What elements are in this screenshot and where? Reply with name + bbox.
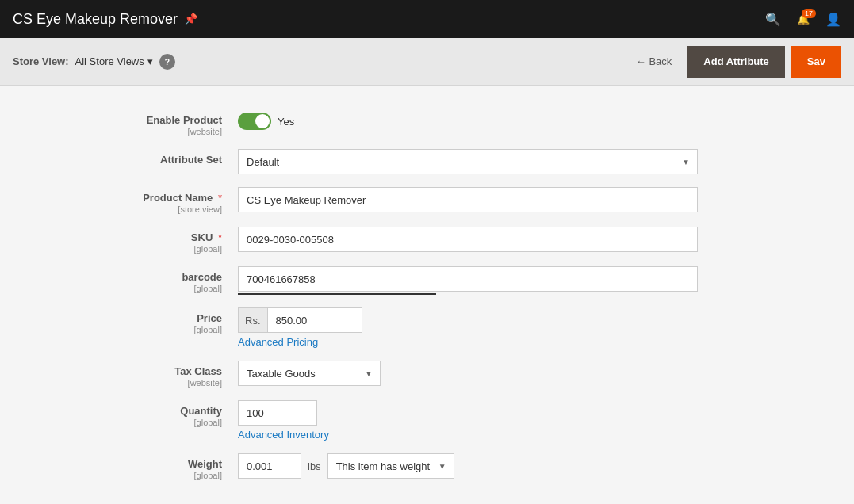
enable-product-control: Yes <box>238 109 698 130</box>
tax-class-control: Taxable Goods None <box>238 361 698 386</box>
toggle-thumb <box>255 114 270 128</box>
help-icon[interactable]: ? <box>159 54 175 70</box>
attribute-set-row: Attribute Set Default <box>0 149 854 174</box>
weight-type-select[interactable]: This item has weight This item has no we… <box>327 453 454 479</box>
tax-class-label: Tax Class <box>174 365 222 377</box>
tax-class-row: Tax Class [website] Taxable Goods None <box>0 361 854 388</box>
price-input-wrapper: Rs. <box>238 307 698 333</box>
search-icon[interactable]: 🔍 <box>765 12 781 27</box>
price-input[interactable] <box>267 307 362 333</box>
attribute-set-select[interactable]: Default <box>238 149 698 174</box>
chevron-down-icon: ▾ <box>147 55 153 67</box>
product-name-required: * <box>218 192 222 204</box>
barcode-input[interactable] <box>238 266 698 292</box>
product-name-label-group: Product Name * [store view] <box>95 187 238 214</box>
sku-label: SKU <box>191 231 213 243</box>
quantity-label: Quantity <box>180 405 222 417</box>
form-section: Enable Product [website] Yes Attribute S… <box>0 101 854 501</box>
enable-product-toggle[interactable] <box>238 113 271 130</box>
attribute-set-label-group: Attribute Set <box>95 149 238 166</box>
enable-product-sublabel: [website] <box>95 127 222 136</box>
product-name-row: Product Name * [store view] <box>0 187 854 214</box>
store-view-dropdown[interactable]: All Store Views ▾ <box>75 55 153 67</box>
tax-class-select-wrapper: Taxable Goods None <box>238 361 381 386</box>
sku-required: * <box>218 231 222 243</box>
quantity-row: Quantity [global] Advanced Inventory <box>0 400 854 441</box>
quantity-sublabel: [global] <box>95 418 222 427</box>
toggle-label: Yes <box>278 116 294 128</box>
attribute-set-label: Attribute Set <box>160 154 222 166</box>
sku-control <box>238 227 698 252</box>
product-name-control <box>238 187 698 212</box>
tax-class-label-group: Tax Class [website] <box>95 361 238 388</box>
notification-count: 17 <box>802 9 816 18</box>
product-name-label: Product Name <box>143 192 213 204</box>
main-content: Enable Product [website] Yes Attribute S… <box>0 86 854 504</box>
top-header: CS Eye Makeup Remover 📌 🔍 🔔 17 👤 <box>0 0 854 38</box>
weight-control: lbs This item has weight This item has n… <box>238 453 698 479</box>
sku-label-group: SKU * [global] <box>95 227 238 254</box>
sku-input[interactable] <box>238 227 698 252</box>
weight-row: Weight [global] lbs This item has weight… <box>0 453 854 480</box>
tax-class-select[interactable]: Taxable Goods None <box>238 361 381 386</box>
save-button[interactable]: Sav <box>791 46 841 78</box>
toggle-wrapper: Yes <box>238 109 698 130</box>
barcode-underline <box>238 293 436 295</box>
tax-class-sublabel: [website] <box>95 378 222 388</box>
attribute-set-select-wrapper: Default <box>238 149 698 174</box>
weight-unit: lbs <box>308 460 321 472</box>
product-name-sublabel: [store view] <box>95 204 222 214</box>
price-label-group: Price [global] <box>95 307 238 334</box>
toolbar-right: ← Back Add Attribute Sav <box>626 46 841 78</box>
toolbar-left: Store View: All Store Views ▾ ? <box>13 54 175 70</box>
price-sublabel: [global] <box>95 325 222 334</box>
user-icon[interactable]: 👤 <box>825 12 841 27</box>
header-left: CS Eye Makeup Remover 📌 <box>13 11 197 28</box>
price-prefix: Rs. <box>238 307 267 333</box>
advanced-inventory-link[interactable]: Advanced Inventory <box>238 429 698 441</box>
enable-product-label: Enable Product <box>147 114 222 126</box>
sku-sublabel: [global] <box>95 244 222 254</box>
notification-bell[interactable]: 🔔 17 <box>797 13 810 25</box>
barcode-row: barcode [global] <box>0 266 854 295</box>
store-view-label: Store View: <box>13 55 69 67</box>
weight-sublabel: [global] <box>95 471 222 480</box>
quantity-input[interactable] <box>238 400 317 426</box>
barcode-control <box>238 266 698 295</box>
sku-row: SKU * [global] <box>0 227 854 254</box>
page-title: CS Eye Makeup Remover <box>13 11 178 28</box>
back-button[interactable]: ← Back <box>626 49 682 74</box>
quantity-control: Advanced Inventory <box>238 400 698 441</box>
product-name-input[interactable] <box>238 187 698 212</box>
store-view-value: All Store Views <box>75 55 144 67</box>
price-label: Price <box>197 312 222 324</box>
advanced-pricing-link[interactable]: Advanced Pricing <box>238 336 698 348</box>
barcode-sublabel: [global] <box>95 284 222 293</box>
toolbar: Store View: All Store Views ▾ ? ← Back A… <box>0 38 854 86</box>
enable-product-label-group: Enable Product [website] <box>95 109 238 136</box>
weight-type-select-wrapper: This item has weight This item has no we… <box>327 453 454 479</box>
enable-product-row: Enable Product [website] Yes <box>0 109 854 136</box>
pin-icon[interactable]: 📌 <box>184 13 197 25</box>
barcode-label-group: barcode [global] <box>95 266 238 293</box>
weight-label: Weight <box>188 458 222 470</box>
barcode-label: barcode <box>182 271 222 283</box>
weight-label-group: Weight [global] <box>95 453 238 480</box>
price-control: Rs. Advanced Pricing <box>238 307 698 348</box>
weight-inputs: lbs This item has weight This item has n… <box>238 453 698 479</box>
quantity-label-group: Quantity [global] <box>95 400 238 427</box>
price-row: Price [global] Rs. Advanced Pricing <box>0 307 854 348</box>
weight-input[interactable] <box>238 453 301 479</box>
header-right: 🔍 🔔 17 👤 <box>765 12 841 27</box>
attribute-set-control: Default <box>238 149 698 174</box>
add-attribute-button[interactable]: Add Attribute <box>687 46 785 78</box>
